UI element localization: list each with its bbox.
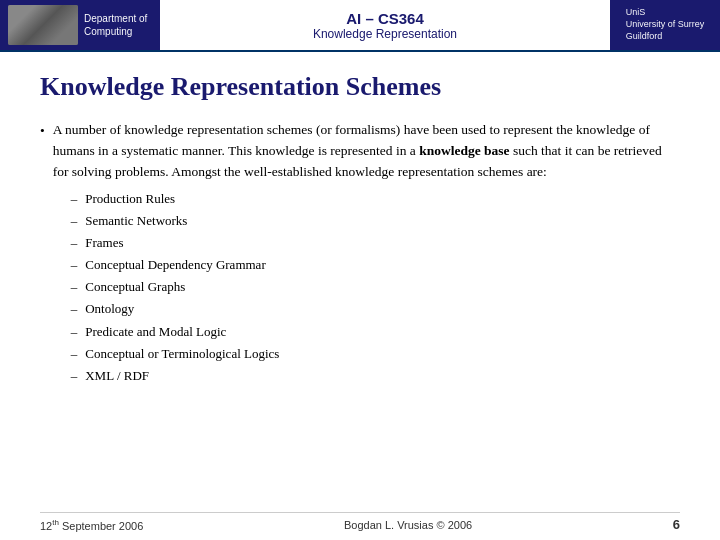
sub-bullet-label: Conceptual or Terminological Logics: [85, 344, 279, 364]
sub-bullet-label: Conceptual Dependency Grammar: [85, 255, 265, 275]
dash-symbol: –: [71, 322, 78, 342]
dash-symbol: –: [71, 233, 78, 253]
footer-date: 12th September 2006: [40, 518, 143, 532]
slide-footer: 12th September 2006 Bogdan L. Vrusias © …: [40, 512, 680, 532]
sub-bullet-item: –Predicate and Modal Logic: [71, 322, 680, 342]
sub-bullet-label: Predicate and Modal Logic: [85, 322, 226, 342]
header-image: [8, 5, 78, 45]
uni-name-2: University of Surrey: [626, 19, 705, 31]
sub-bullet-item: –Frames: [71, 233, 680, 253]
header-center: AI – CS364 Knowledge Representation: [160, 0, 610, 50]
dash-symbol: –: [71, 211, 78, 231]
sub-bullet-item: –Semantic Networks: [71, 211, 680, 231]
uni-name-3: Guildford: [626, 31, 663, 43]
sub-bullet-label: Production Rules: [85, 189, 175, 209]
main-bullet: • A number of knowledge representation s…: [40, 120, 680, 388]
dash-symbol: –: [71, 189, 78, 209]
bullet-section: • A number of knowledge representation s…: [40, 120, 680, 388]
uni-logo: UniS University of Surrey Guildford: [626, 7, 705, 42]
dash-symbol: –: [71, 255, 78, 275]
main-text-bold: knowledge base: [419, 143, 509, 158]
sub-bullet-label: XML / RDF: [85, 366, 149, 386]
sub-bullet-item: –Conceptual Graphs: [71, 277, 680, 297]
footer-author: Bogdan L. Vrusias © 2006: [344, 519, 472, 531]
header-left: Department of Computing: [0, 0, 160, 50]
sub-bullet-label: Conceptual Graphs: [85, 277, 185, 297]
dash-symbol: –: [71, 344, 78, 364]
header-right: UniS University of Surrey Guildford: [610, 0, 720, 50]
sub-bullet-item: –XML / RDF: [71, 366, 680, 386]
main-bullet-text: A number of knowledge representation sch…: [53, 120, 680, 388]
dept-label: Department of Computing: [84, 12, 152, 38]
slide-title: Knowledge Representation Schemes: [40, 72, 680, 102]
sub-bullet-label: Ontology: [85, 299, 134, 319]
sub-bullet-item: –Conceptual or Terminological Logics: [71, 344, 680, 364]
slide-header: Department of Computing AI – CS364 Knowl…: [0, 0, 720, 52]
sub-bullets-list: –Production Rules–Semantic Networks–Fram…: [71, 189, 680, 386]
sub-bullet-label: Semantic Networks: [85, 211, 187, 231]
sub-bullet-item: –Production Rules: [71, 189, 680, 209]
footer-page: 6: [673, 517, 680, 532]
dash-symbol: –: [71, 366, 78, 386]
slide-content: Knowledge Representation Schemes • A num…: [0, 52, 720, 406]
dash-symbol: –: [71, 299, 78, 319]
sub-bullet-item: –Conceptual Dependency Grammar: [71, 255, 680, 275]
course-subtitle: Knowledge Representation: [313, 27, 457, 41]
sub-bullet-label: Frames: [85, 233, 123, 253]
dash-symbol: –: [71, 277, 78, 297]
course-title: AI – CS364: [346, 10, 424, 27]
bullet-symbol: •: [40, 121, 45, 142]
uni-name-1: UniS: [626, 7, 646, 19]
sub-bullet-item: –Ontology: [71, 299, 680, 319]
